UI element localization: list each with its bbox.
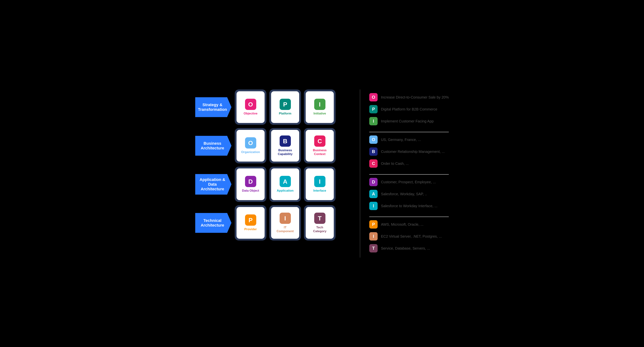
card-outer-provider[interactable]: PProvider — [235, 205, 266, 240]
legend-text-2-1: Salesforce, Workday, SAP, .. — [381, 192, 427, 196]
card-label-platform: Platform — [279, 112, 292, 115]
card-icon-platform: P — [280, 99, 291, 110]
legend-item-2-0: DCustomer, Prospect, Employee, ... — [369, 176, 449, 188]
card-label-interface: Interface — [313, 189, 326, 192]
card-outer-it-component[interactable]: IIT Component — [269, 205, 301, 240]
card-label-provider: Provider — [244, 228, 257, 231]
legend-item-0-2: IImplement Customer Facing App — [369, 115, 449, 127]
card-inner-platform: PPlatform — [271, 91, 299, 123]
card-icon-interface: I — [314, 176, 326, 187]
legend-group-1: OUS, Germany, France, ...BCustomer Relat… — [369, 134, 449, 170]
legend-item-2-1: ASalesforce, Workday, SAP, .. — [369, 188, 449, 200]
legend-item-3-0: PAWS, Microsoft, Oracle, ... — [369, 218, 449, 230]
card-outer-application[interactable]: AApplication — [269, 166, 301, 202]
card-outer-business-context[interactable]: CBusiness Context — [304, 128, 336, 163]
legend-icon-0-0: O — [369, 93, 378, 102]
legend-icon-2-1: A — [369, 190, 378, 198]
card-label-organization: Organization — [241, 150, 260, 154]
legend-text-0-2: Implement Customer Facing App — [381, 119, 434, 123]
card-icon-business-context: C — [314, 136, 326, 147]
legend-text-1-1: Customer Relationship Management, ... — [381, 150, 444, 154]
legend-icon-3-2: T — [369, 244, 378, 252]
legend-icon-1-2: C — [369, 159, 378, 168]
card-outer-tech-category[interactable]: TTech Category — [304, 205, 336, 240]
legend-text-1-2: Order to Cash, ... — [381, 162, 408, 166]
legend-divider-1 — [369, 174, 449, 174]
cards-group-strategy: OObjectivePPlatformIInitiative — [235, 90, 336, 125]
legend-group-2: DCustomer, Prospect, Employee, ...ASales… — [369, 176, 449, 212]
legend-text-1-0: US, Germany, France, ... — [381, 138, 421, 142]
row-label-strategy: Strategy & Transformation — [195, 97, 232, 117]
card-label-business-capability: Business Capability — [278, 148, 292, 156]
card-icon-it-component: I — [280, 212, 291, 224]
card-icon-provider: P — [245, 214, 256, 226]
card-icon-organization: O — [245, 137, 256, 148]
card-label-tech-category: Tech Category — [313, 226, 326, 233]
legend-item-1-2: COrder to Cash, ... — [369, 158, 449, 170]
card-label-initiative: Initiative — [314, 112, 326, 115]
legend-text-2-0: Customer, Prospect, Employee, ... — [381, 180, 436, 184]
legend-group-0: OIncrease Direct-to-Consumer Sale by 20%… — [369, 91, 449, 127]
card-inner-provider: PProvider — [236, 207, 264, 239]
legend-group-3: PAWS, Microsoft, Oracle, ...IEC2 Virtual… — [369, 218, 449, 254]
legend-text-3-0: AWS, Microsoft, Oracle, ... — [381, 222, 424, 226]
card-icon-data-object: D — [245, 176, 256, 187]
card-inner-organization: OOrganization — [236, 130, 264, 162]
left-panel: Strategy & TransformationOObjectivePPlat… — [195, 90, 351, 240]
cards-group-technical: PProviderIIT ComponentTTech Category — [235, 205, 336, 240]
right-panel: OIncrease Direct-to-Consumer Sale by 20%… — [369, 90, 449, 258]
legend-text-3-1: EC2 Virtual Server, .NET, Postgres, ... — [381, 234, 442, 238]
card-inner-application: AApplication — [271, 168, 299, 200]
card-inner-interface: IInterface — [306, 168, 334, 200]
card-inner-business-capability: BBusiness Capability — [271, 130, 299, 162]
legend-item-1-0: OUS, Germany, France, ... — [369, 134, 449, 146]
card-icon-application: A — [280, 176, 291, 187]
card-icon-objective: O — [245, 99, 256, 110]
legend-item-3-2: TService, Database, Servers, ... — [369, 242, 449, 254]
card-outer-initiative[interactable]: IInitiative — [304, 90, 336, 125]
legend-icon-0-2: I — [369, 117, 378, 125]
card-inner-business-context: CBusiness Context — [306, 130, 334, 162]
legend-text-0-1: Digital Platform for B2B Commerce — [381, 107, 437, 112]
cards-group-app-data: DData ObjectAApplicationIInterface — [235, 166, 336, 202]
card-inner-tech-category: TTech Category — [306, 207, 334, 239]
legend-icon-2-0: D — [369, 178, 378, 186]
card-icon-business-capability: B — [280, 136, 291, 147]
row-business: Business ArchitectureOOrganizationBBusin… — [195, 128, 351, 163]
vertical-divider — [360, 90, 360, 258]
card-outer-platform[interactable]: PPlatform — [269, 90, 301, 125]
card-outer-data-object[interactable]: DData Object — [235, 166, 266, 202]
legend-item-0-0: OIncrease Direct-to-Consumer Sale by 20% — [369, 91, 449, 103]
card-label-business-context: Business Context — [313, 148, 327, 156]
row-technical: Technical ArchitecturePProviderIIT Compo… — [195, 205, 351, 240]
legend-divider-2 — [369, 216, 449, 217]
card-outer-interface[interactable]: IInterface — [304, 166, 336, 202]
legend-item-3-1: IEC2 Virtual Server, .NET, Postgres, ... — [369, 230, 449, 242]
legend-item-1-1: BCustomer Relationship Management, ... — [369, 146, 449, 158]
card-outer-organization[interactable]: OOrganization — [235, 128, 266, 163]
main-container: Strategy & TransformationOObjectivePPlat… — [195, 90, 449, 258]
card-outer-business-capability[interactable]: BBusiness Capability — [269, 128, 301, 163]
card-inner-data-object: DData Object — [236, 168, 264, 200]
card-inner-initiative: IInitiative — [306, 91, 334, 123]
legend-item-0-1: PDigital Platform for B2B Commerce — [369, 103, 449, 115]
card-label-data-object: Data Object — [242, 189, 259, 192]
row-strategy: Strategy & TransformationOObjectivePPlat… — [195, 90, 351, 125]
legend-icon-3-1: I — [369, 232, 378, 240]
card-inner-objective: OObjective — [236, 91, 264, 123]
card-label-application: Application — [277, 189, 294, 192]
row-label-technical: Technical Architecture — [195, 213, 232, 233]
legend-text-3-2: Service, Database, Servers, ... — [381, 246, 430, 250]
legend-text-2-2: Salesforce to Workday Interface, ... — [381, 204, 437, 208]
legend-icon-3-0: P — [369, 220, 378, 228]
legend-icon-1-1: B — [369, 148, 378, 156]
legend-icon-2-2: I — [369, 202, 378, 210]
card-outer-objective[interactable]: OObjective — [235, 90, 266, 125]
row-label-business: Business Architecture — [195, 136, 232, 156]
row-label-app-data: Application & Data Architecture — [195, 174, 232, 195]
card-icon-tech-category: T — [314, 212, 326, 224]
card-label-it-component: IT Component — [276, 226, 294, 233]
legend-icon-1-0: O — [369, 136, 378, 144]
legend-icon-0-1: P — [369, 105, 378, 113]
row-app-data: Application & Data ArchitectureDData Obj… — [195, 166, 351, 202]
